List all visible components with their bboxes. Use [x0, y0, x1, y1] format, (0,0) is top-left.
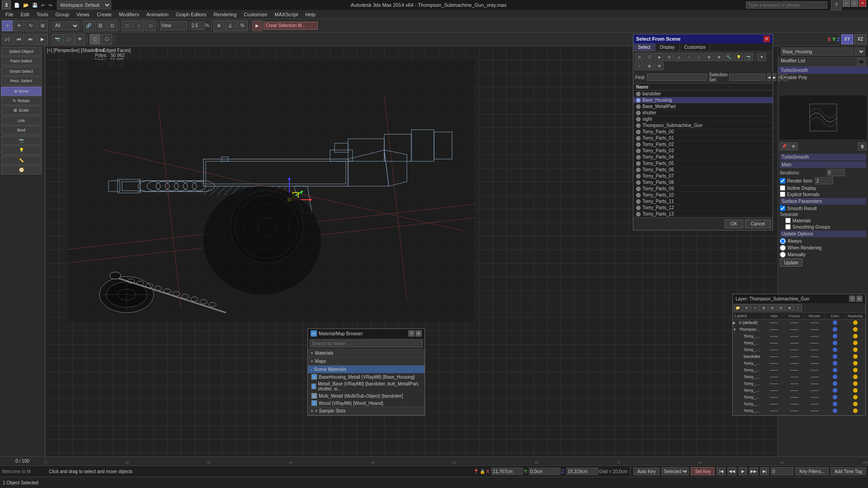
list-item-parts-10[interactable]: Tomy_Parts_10: [633, 192, 773, 198]
mat-item-base-housing[interactable]: V BaseHousing_Metall (VRayMtl) [Base_Hou…: [308, 373, 425, 380]
next-frame-anim[interactable]: ▶|: [760, 467, 769, 475]
layer-item-parts23[interactable]: Tomy_Parts_23 —— —— ——: [733, 340, 865, 347]
layer-item-parts13[interactable]: Tomy_Parts_13 —— —— ——: [733, 414, 865, 415]
tab-select[interactable]: Select: [633, 43, 656, 51]
y-coord-input[interactable]: [529, 468, 561, 475]
dlg-tool-4[interactable]: ⊡: [665, 53, 674, 61]
scene-materials-header[interactable]: - Scene Materials: [308, 366, 425, 373]
camera-btn2[interactable]: 🎥: [63, 34, 74, 45]
matbrow-close-btn[interactable]: ✕: [415, 330, 422, 337]
mod-configure-btn[interactable]: ⚙: [789, 142, 798, 150]
layers-move-btn[interactable]: 📁: [734, 304, 742, 311]
redo-btn[interactable]: ↪: [47, 2, 53, 8]
radiosity-col[interactable]: [845, 320, 865, 325]
menu-modifiers[interactable]: Modifiers: [115, 11, 143, 18]
sample-slots-header[interactable]: + + Sample Slots: [308, 407, 425, 415]
box-btn[interactable]: □: [122, 20, 132, 31]
render-btn[interactable]: ⎕: [90, 34, 100, 45]
color-col[interactable]: [825, 320, 845, 325]
filter-dropdown[interactable]: All: [52, 21, 79, 30]
render-col[interactable]: ——: [804, 327, 825, 332]
list-item-bandolier[interactable]: bandolier: [633, 91, 773, 97]
turbos-modifier-item[interactable]: TurboSmooth: [778, 67, 868, 74]
frame-input[interactable]: [771, 467, 793, 475]
layer-item-default[interactable]: ▶ 0 (default) —— —— ——: [733, 319, 865, 326]
z-coord-input[interactable]: [566, 468, 598, 475]
smooth-result-checkbox[interactable]: [780, 206, 785, 211]
search-input[interactable]: [746, 1, 827, 9]
layers-tool5[interactable]: ⊖: [768, 304, 776, 311]
smoothing-groups-checkbox[interactable]: [785, 224, 791, 230]
time-scrubber-left[interactable]: 0 / 100: [0, 457, 45, 465]
menu-group[interactable]: Group: [52, 11, 73, 18]
ok-btn[interactable]: OK: [725, 220, 743, 228]
list-item-parts-09[interactable]: Tomy_Parts_09: [633, 186, 773, 192]
dlg-tool-12[interactable]: 📷: [744, 53, 753, 61]
list-item-parts-04[interactable]: Tomy_Parts_04: [633, 154, 773, 160]
modifier-list-dropdown[interactable]: [857, 58, 865, 66]
menu-animation[interactable]: Animation: [143, 11, 172, 18]
matbrow-help-btn[interactable]: ?: [408, 330, 415, 337]
modifier-name-field[interactable]: Base_Housing: [781, 47, 854, 56]
layer-item-parts21[interactable]: Tomy_Parts_21 —— —— ——: [733, 360, 865, 367]
dlg-tool-9[interactable]: ⊕: [714, 53, 723, 61]
list-item-parts-06[interactable]: Tomy_Parts_06: [633, 167, 773, 173]
restore-btn[interactable]: □: [851, 0, 858, 7]
matbrow-search-input[interactable]: [310, 339, 423, 347]
layer-item-parts15[interactable]: Tomy_Parts_15 —— —— ——: [733, 401, 865, 408]
angle-snap-btn[interactable]: ∠: [225, 20, 236, 31]
key-filters-btn[interactable]: Key Filters...: [795, 467, 829, 475]
layer-item-parts20[interactable]: Tomy_Parts_20 —— —— ——: [733, 367, 865, 374]
layer-item-thompson[interactable]: ▼ Thompson_Submachin... —— —— ——: [733, 326, 865, 333]
radiosity-col[interactable]: [845, 327, 865, 332]
layers-help-btn[interactable]: ?: [849, 296, 855, 302]
list-item-parts-08[interactable]: Tomy_Parts_08: [633, 179, 773, 186]
mod-delete-btn[interactable]: 🗑: [858, 142, 867, 150]
move-tool-lp[interactable]: ⊕ Move: [1, 87, 42, 96]
list-item-base-housing[interactable]: Base_Housing: [633, 97, 773, 103]
close-btn[interactable]: ✕: [859, 0, 866, 7]
xy-axis-btn[interactable]: XY: [841, 34, 853, 44]
percent-snap-btn[interactable]: %: [237, 20, 248, 31]
dlg-tool-8[interactable]: ⊗: [704, 53, 713, 61]
list-item-parts-11[interactable]: Tomy_Parts_11: [633, 198, 773, 205]
explicit-normals-checkbox[interactable]: [780, 192, 785, 197]
layers-tool6[interactable]: ⊡: [777, 304, 785, 311]
mat-item-multi-metall[interactable]: M Multi_Metall (Multi/Sub-Object) [bando…: [308, 392, 425, 399]
render-iters-checkbox[interactable]: [780, 178, 785, 183]
layer-item-parts17[interactable]: Tomy_Parts_17 —— —— ——: [733, 387, 865, 394]
workspace-dropdown[interactable]: Workspace: Default: [57, 0, 111, 9]
layer-item-parts22[interactable]: Tomy_Parts_22 —— —— ——: [733, 347, 865, 353]
prev-frame-anim[interactable]: |◀: [717, 467, 726, 475]
select-obj-btn[interactable]: Select Object: [1, 47, 42, 56]
modifier-pin-dropdown[interactable]: [854, 47, 865, 56]
x-coord-input[interactable]: [491, 468, 523, 475]
layers-tool8[interactable]: ↕: [794, 304, 802, 311]
move-tool-btn[interactable]: ✛: [14, 20, 24, 31]
hide-col[interactable]: ——: [764, 327, 784, 332]
camera-lp[interactable]: 📷: [1, 136, 42, 145]
dlg-options-btn[interactable]: ⚙: [655, 62, 664, 70]
color-col[interactable]: [825, 327, 845, 332]
list-item-parts-01[interactable]: Tomy_Parts_01: [633, 135, 773, 141]
undo-btn[interactable]: ↩: [40, 2, 46, 8]
menu-edit[interactable]: Edit: [17, 11, 33, 18]
list-item-parts-03[interactable]: Tomy_Parts_03: [633, 148, 773, 154]
layers-delete-btn[interactable]: ✕: [742, 304, 750, 311]
dlg-filter-btn[interactable]: ▼: [757, 53, 766, 61]
dlg-tool-6[interactable]: ○: [684, 53, 693, 61]
list-item-parts-07[interactable]: Tomy_Parts_07: [633, 173, 773, 179]
open-btn[interactable]: 📂: [22, 2, 30, 8]
menu-help[interactable]: Help: [302, 11, 319, 18]
layer-item-parts16[interactable]: Tomy_Parts_16 —— —— ——: [733, 394, 865, 401]
view-dropdown[interactable]: [160, 21, 187, 30]
render-setup-btn[interactable]: ▶: [252, 20, 263, 31]
find-input[interactable]: [647, 74, 707, 81]
prev-key-anim[interactable]: ◀◀: [727, 467, 736, 475]
snap-btn[interactable]: ⊕: [213, 20, 224, 31]
object-list[interactable]: bandolier Base_Housing Base_MetallPart s…: [633, 91, 773, 217]
sel-set-btn3[interactable]: +: [778, 73, 781, 81]
set-key-btn[interactable]: Set Key: [691, 467, 715, 475]
list-item-shutter[interactable]: shutter: [633, 110, 773, 116]
dlg-tool-2[interactable]: ☐: [645, 53, 654, 61]
